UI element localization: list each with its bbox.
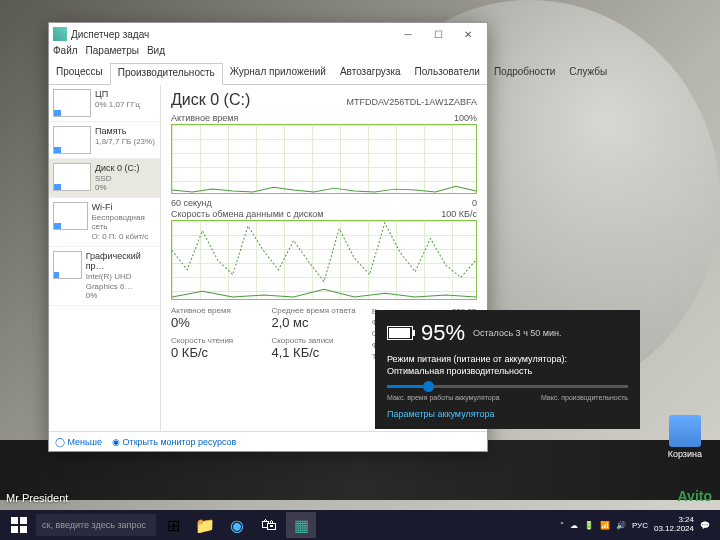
- sidebar-label: Графический пр…: [86, 251, 156, 273]
- sidebar-sub: Беспроводная сеть: [92, 213, 157, 232]
- stat-label: Скорость записи: [271, 336, 355, 345]
- action-center-icon[interactable]: 💬: [700, 521, 710, 530]
- menu-options[interactable]: Параметры: [86, 45, 139, 63]
- slider-label-right: Макс. производительность: [541, 394, 628, 401]
- svg-rect-0: [11, 517, 18, 524]
- sidebar-item-memory[interactable]: Память1,8/7,7 ГБ (23%): [49, 122, 160, 159]
- sidebar-label: Wi-Fi: [92, 202, 157, 213]
- tab-startup[interactable]: Автозагрузка: [333, 63, 408, 84]
- clock-date: 03.12.2024: [654, 525, 694, 534]
- chart-max: 100%: [454, 113, 477, 123]
- tray-chevron-icon[interactable]: ˄: [560, 521, 564, 530]
- disk-model: MTFDDAV256TDL-1AW1ZABFA: [346, 97, 477, 107]
- power-mode-value: Оптимальная производительность: [387, 366, 628, 378]
- battery-percent: 95%: [421, 320, 465, 346]
- thumb-icon: [53, 163, 91, 191]
- sidebar-sub: Intel(R) UHD Graphics 6…: [86, 272, 156, 291]
- sidebar-item-disk[interactable]: Диск 0 (C:)SSD0%: [49, 159, 160, 198]
- menubar: Файл Параметры Вид: [49, 45, 487, 63]
- stat-value: 0 КБ/с: [171, 345, 255, 360]
- power-mode-label: Режим питания (питание от аккумулятора):: [387, 354, 628, 366]
- perf-sidebar: ЦП0% 1,07 ГГц Память1,8/7,7 ГБ (23%) Дис…: [49, 85, 161, 431]
- thumb-icon: [53, 251, 82, 279]
- xaxis-end: 0: [472, 198, 477, 208]
- sidebar-sub: 0% 1,07 ГГц: [95, 100, 140, 110]
- disk-title: Диск 0 (C:): [171, 91, 250, 109]
- battery-remaining: Осталось 3 ч 50 мин.: [473, 328, 561, 338]
- tray-volume-icon[interactable]: 🔊: [616, 521, 626, 530]
- tab-apphistory[interactable]: Журнал приложений: [223, 63, 333, 84]
- stat-value: 0%: [171, 315, 255, 330]
- chart-active-time: [171, 124, 477, 194]
- chart-max: 100 КБ/с: [441, 209, 477, 219]
- start-button[interactable]: [4, 512, 34, 538]
- watermark-left: Mr President: [6, 492, 68, 504]
- sidebar-sub: 0%: [95, 183, 140, 193]
- taskbar-app-explorer[interactable]: 📁: [190, 512, 220, 538]
- xaxis-label: 60 секунд: [171, 198, 212, 208]
- taskbar-app-store[interactable]: 🛍: [254, 512, 284, 538]
- tab-details[interactable]: Подробности: [487, 63, 562, 84]
- taskbar-clock[interactable]: 3:24 03.12.2024: [654, 516, 694, 534]
- svg-rect-3: [20, 526, 27, 533]
- app-icon: [53, 27, 67, 41]
- taskbar: ск, введите здесь запрос ⊞ 📁 ◉ 🛍 ▦ ˄ ☁ 🔋…: [0, 510, 720, 540]
- sidebar-label: Диск 0 (C:): [95, 163, 140, 174]
- watermark-right: Avito: [678, 488, 712, 504]
- tray-lang[interactable]: РУС: [632, 521, 648, 530]
- tray-battery-icon[interactable]: 🔋: [584, 521, 594, 530]
- chart-label: Скорость обмена данными с диском: [171, 209, 323, 219]
- window-footer: ◯ Меньше ◉ Открыть монитор ресурсов: [49, 431, 487, 451]
- task-view-button[interactable]: ⊞: [158, 512, 188, 538]
- stat-label: Скорость чтения: [171, 336, 255, 345]
- thumb-icon: [53, 202, 88, 230]
- stat-label: Активное время: [171, 306, 255, 315]
- sidebar-sub: 1,8/7,7 ГБ (23%): [95, 137, 155, 147]
- fewer-details-link[interactable]: ◯ Меньше: [55, 437, 102, 447]
- recycle-label: Корзина: [668, 449, 702, 459]
- thumb-icon: [53, 126, 91, 154]
- sidebar-label: ЦП: [95, 89, 140, 100]
- recycle-bin-icon: [669, 415, 701, 447]
- chart-label: Активное время: [171, 113, 238, 123]
- tray-onedrive-icon[interactable]: ☁: [570, 521, 578, 530]
- sidebar-sub: SSD: [95, 174, 140, 184]
- sidebar-sub: О: 0 П: 0 кбит/с: [92, 232, 157, 242]
- sidebar-item-wifi[interactable]: Wi-FiБеспроводная сетьО: 0 П: 0 кбит/с: [49, 198, 160, 247]
- menu-view[interactable]: Вид: [147, 45, 165, 63]
- titlebar[interactable]: Диспетчер задач ─ ☐ ✕: [49, 23, 487, 45]
- recycle-bin[interactable]: Корзина: [668, 415, 702, 459]
- system-tray: ˄ ☁ 🔋 📶 🔊 РУС 3:24 03.12.2024 💬: [554, 516, 716, 534]
- sidebar-sub: 0%: [86, 291, 156, 301]
- taskbar-app-taskmgr[interactable]: ▦: [286, 512, 316, 538]
- svg-rect-2: [11, 526, 18, 533]
- thumb-icon: [53, 89, 91, 117]
- taskbar-app-edge[interactable]: ◉: [222, 512, 252, 538]
- close-button[interactable]: ✕: [453, 24, 483, 44]
- tab-performance[interactable]: Производительность: [110, 63, 223, 85]
- slider-label-left: Макс. время работы аккумулятора: [387, 394, 500, 401]
- tab-services[interactable]: Службы: [562, 63, 614, 84]
- menu-file[interactable]: Файл: [53, 45, 78, 63]
- maximize-button[interactable]: ☐: [423, 24, 453, 44]
- battery-params-link[interactable]: Параметры аккумулятора: [387, 409, 628, 419]
- tray-wifi-icon[interactable]: 📶: [600, 521, 610, 530]
- resmon-link[interactable]: ◉ Открыть монитор ресурсов: [112, 437, 236, 447]
- taskbar-search[interactable]: ск, введите здесь запрос: [36, 514, 156, 536]
- sidebar-label: Память: [95, 126, 155, 137]
- stat-label: Среднее время ответа: [271, 306, 355, 315]
- window-title: Диспетчер задач: [71, 29, 393, 40]
- stat-value: 2,0 мс: [271, 315, 355, 330]
- chart-transfer-rate: [171, 220, 477, 300]
- stat-value: 4,1 КБ/с: [271, 345, 355, 360]
- tab-users[interactable]: Пользователи: [408, 63, 487, 84]
- battery-flyout: 95% Осталось 3 ч 50 мин. Режим питания (…: [375, 310, 640, 429]
- minimize-button[interactable]: ─: [393, 24, 423, 44]
- tabstrip: Процессы Производительность Журнал прило…: [49, 63, 487, 85]
- sidebar-item-gpu[interactable]: Графический пр…Intel(R) UHD Graphics 6…0…: [49, 247, 160, 306]
- battery-icon: [387, 326, 413, 340]
- tab-processes[interactable]: Процессы: [49, 63, 110, 84]
- sidebar-item-cpu[interactable]: ЦП0% 1,07 ГГц: [49, 85, 160, 122]
- power-slider[interactable]: [387, 385, 628, 388]
- svg-rect-1: [20, 517, 27, 524]
